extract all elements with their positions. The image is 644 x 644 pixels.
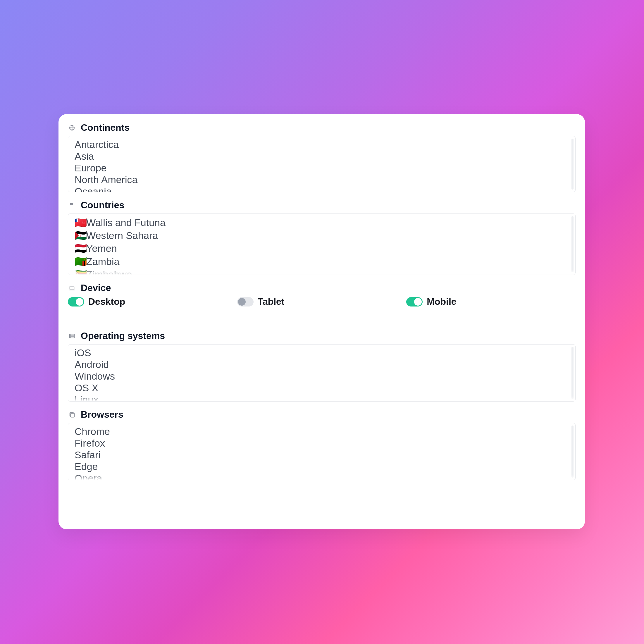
list-item[interactable]: Edge	[75, 461, 569, 472]
list-item[interactable]: OS X	[75, 382, 569, 394]
toggle-desktop: Desktop	[68, 296, 237, 307]
list-item[interactable]: Linux	[75, 394, 569, 402]
list-item[interactable]: 🇪🇭 Western Sahara	[75, 229, 569, 242]
list-item[interactable]: Europe	[75, 162, 569, 174]
toggle-label: Mobile	[427, 296, 456, 307]
list-item[interactable]: 🇾🇪 Yemen	[75, 242, 569, 255]
os-header: Operating systems	[68, 330, 576, 341]
continents-section: Continents Antarctica Asia Europe North …	[68, 122, 576, 192]
desktop-toggle[interactable]	[68, 297, 84, 306]
list-item[interactable]: 🇿🇲 Zambia	[75, 255, 569, 268]
country-flag: 🇼🇫	[75, 216, 83, 229]
tablet-toggle[interactable]	[237, 297, 254, 306]
list-item[interactable]: Safari	[75, 449, 569, 461]
list-item[interactable]: iOS	[75, 347, 569, 359]
countries-listbox[interactable]: 🇼🇫 Wallis and Futuna 🇪🇭 Western Sahara 🇾…	[68, 213, 576, 275]
toggle-mobile: Mobile	[406, 296, 576, 307]
device-title: Device	[81, 283, 111, 293]
list-item[interactable]: Firefox	[75, 437, 569, 449]
country-flag: 🇾🇪	[75, 242, 83, 255]
svg-point-6	[70, 337, 71, 337]
country-name: Wallis and Futuna	[86, 216, 166, 229]
country-flag: 🇿🇼	[75, 268, 83, 275]
country-flag: 🇿🇲	[75, 255, 83, 268]
list-item[interactable]: Asia	[75, 150, 569, 162]
device-header: Device	[68, 283, 576, 293]
svg-rect-8	[70, 413, 74, 417]
svg-rect-2	[70, 286, 74, 289]
list-item[interactable]: 🇿🇼 Zimbabwe	[75, 268, 569, 275]
list-item[interactable]: North America	[75, 174, 569, 185]
list-item[interactable]: 🇼🇫 Wallis and Futuna	[75, 216, 569, 229]
continents-listbox[interactable]: Antarctica Asia Europe North America Oce…	[68, 136, 576, 192]
country-name: Western Sahara	[86, 229, 158, 242]
flag-icon	[68, 202, 76, 209]
globe-icon	[68, 125, 76, 131]
svg-point-5	[70, 335, 71, 335]
scrollbar[interactable]	[571, 426, 574, 478]
list-item[interactable]: Windows	[75, 370, 569, 382]
country-name: Yemen	[86, 242, 117, 255]
device-toggles: Desktop Tablet Mobile	[68, 296, 576, 307]
country-name: Zambia	[86, 255, 119, 268]
toggle-tablet: Tablet	[237, 296, 407, 307]
scrollbar[interactable]	[571, 139, 574, 190]
toggle-label: Desktop	[88, 296, 125, 307]
list-item[interactable]: Chrome	[75, 426, 569, 437]
os-section: Operating systems iOS Android Windows OS…	[68, 330, 576, 402]
os-listbox[interactable]: iOS Android Windows OS X Linux	[68, 344, 576, 402]
countries-section: Countries 🇼🇫 Wallis and Futuna 🇪🇭 Wester…	[68, 200, 576, 275]
settings-card: Continents Antarctica Asia Europe North …	[58, 114, 585, 529]
list-item[interactable]: Oceania	[75, 185, 569, 192]
os-title: Operating systems	[81, 330, 165, 341]
laptop-icon	[68, 285, 76, 291]
country-flag: 🇪🇭	[75, 229, 83, 242]
browsers-header: Browsers	[68, 409, 576, 420]
list-item[interactable]: Opera	[75, 472, 569, 480]
windows-icon	[68, 411, 76, 418]
scrollbar[interactable]	[571, 347, 574, 399]
list-item[interactable]: Antarctica	[75, 139, 569, 150]
countries-title: Countries	[81, 200, 124, 211]
browsers-listbox[interactable]: Chrome Firefox Safari Edge Opera	[68, 423, 576, 480]
server-icon	[68, 333, 76, 339]
country-name: Zimbabwe	[86, 268, 132, 275]
toggle-label: Tablet	[258, 296, 285, 307]
continents-header: Continents	[68, 122, 576, 133]
scrollbar[interactable]	[571, 216, 574, 272]
countries-header: Countries	[68, 200, 576, 211]
browsers-section: Browsers Chrome Firefox Safari Edge Oper…	[68, 409, 576, 480]
device-section: Device Desktop Tablet Mobile	[68, 283, 576, 307]
mobile-toggle[interactable]	[406, 297, 423, 306]
list-item[interactable]: Android	[75, 359, 569, 370]
browsers-title: Browsers	[81, 409, 123, 420]
continents-title: Continents	[81, 122, 130, 133]
